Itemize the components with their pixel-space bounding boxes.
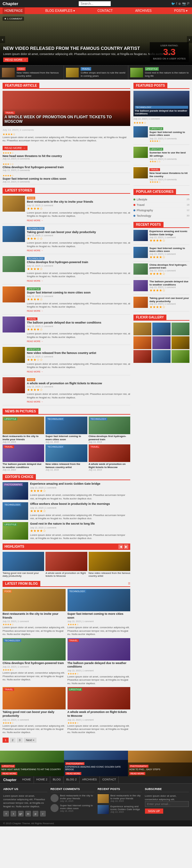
blog-item-2[interactable]: TECHNOLOGY China develops first hydrogen… bbox=[3, 638, 65, 685]
subscribe-input[interactable] bbox=[145, 801, 189, 807]
news-grid-item-3[interactable]: TRAVEL The balloon parade delayed due to… bbox=[3, 444, 44, 471]
page-2-button[interactable]: 2 bbox=[9, 738, 16, 743]
subscribe-button[interactable]: SIGN UP bbox=[145, 809, 163, 814]
mini-slide-1[interactable]: TRAVEL Coffee shops and bars to rule the… bbox=[64, 66, 128, 80]
nav-blog-examples[interactable]: BLOG EXAMPLES ▾ bbox=[44, 7, 77, 14]
highlight-item-1[interactable]: A whole week of promotion on flight tick… bbox=[46, 552, 87, 578]
blog-item-3[interactable]: TRAVEL The balloon parade delayed due to… bbox=[67, 638, 131, 685]
small-story-0[interactable]: ★★★★☆ New head wave threatens to hit the… bbox=[3, 152, 130, 162]
footer-nav-item-2[interactable]: BLOG bbox=[50, 776, 64, 783]
flickr-thumb-1[interactable] bbox=[152, 322, 170, 335]
category-item-1[interactable]: Travel18 bbox=[133, 203, 189, 208]
highlights-prev-button[interactable]: ◀ bbox=[118, 545, 123, 549]
recent-post-3[interactable]: The balloon parade delayed due to weathe… bbox=[133, 280, 189, 295]
mini-slide-2[interactable]: LIFESTYLE Good rest in the nature is the… bbox=[128, 66, 192, 80]
footer-social-icon-5[interactable]: r bbox=[40, 811, 46, 816]
page-next-button[interactable]: Next » bbox=[24, 738, 36, 743]
editor-item-1[interactable]: TECHNOLOGY Office workers show boost in … bbox=[3, 502, 130, 520]
flickr-thumb-3[interactable] bbox=[133, 336, 152, 349]
sidebar-featured-post-1[interactable]: LIFESTYLE Sumerian how to use the best 3… bbox=[133, 147, 189, 165]
category-item-3[interactable]: Technology30 bbox=[133, 213, 189, 219]
category-item-2[interactable]: Photography12 bbox=[133, 208, 189, 213]
bottom-slide-1[interactable]: PHOTOGRAPHY EXPERIENCE AMAZING AND ICONI… bbox=[64, 751, 128, 776]
page-1-button[interactable]: 1 bbox=[3, 738, 9, 743]
editor-item-2[interactable]: LIFESTYLE Good rest in the nature is the… bbox=[3, 522, 130, 540]
footer-nav-item-1[interactable]: HOME 2 bbox=[34, 776, 51, 783]
search-input[interactable] bbox=[79, 1, 111, 6]
bottom-slide-2[interactable]: PHOTOGRAPHY HOW TO PHO... EASY STEPS REA… bbox=[128, 751, 192, 776]
nav-contact[interactable]: CONTACT bbox=[95, 7, 115, 14]
bottom-slide-read-more-2[interactable]: READ MORE bbox=[129, 772, 145, 775]
nav-homepage[interactable]: HOMEPAGE bbox=[3, 7, 25, 14]
story-read-more-0[interactable]: READ MORE → bbox=[27, 219, 43, 222]
highlights-next-button[interactable]: ▶ bbox=[124, 545, 128, 549]
recent-post-0[interactable]: Experience amazing and iconic Golden Gat… bbox=[133, 230, 189, 245]
latest-story-5[interactable]: LIFESTYLE New video released from the fa… bbox=[3, 347, 130, 375]
footer-recent-post-1[interactable]: Experience amazing and iconic Golden Gat… bbox=[98, 805, 142, 814]
editor-item-0[interactable]: PHOTOGRAPHY Experience amazing and iconi… bbox=[3, 482, 130, 500]
news-grid-item-5[interactable]: TRAVEL A whole week of promotion on flig… bbox=[89, 444, 130, 471]
hero-prev-arrow[interactable]: ‹ bbox=[0, 36, 5, 43]
nav-posts[interactable]: POSTS ▾ bbox=[172, 7, 189, 14]
flickr-thumb-6[interactable] bbox=[133, 350, 152, 363]
news-grid-item-4[interactable]: TECHNOLOGY New video released from the f… bbox=[46, 444, 87, 471]
blog-item-1[interactable]: TECHNOLOGY Super fast Internet coming to… bbox=[67, 589, 131, 636]
latest-story-2[interactable]: TECHNOLOGY China develops first hydrogen… bbox=[3, 256, 130, 284]
latest-blog-list-icon[interactable]: ☰ bbox=[128, 582, 130, 585]
mini-slide-0[interactable]: VIDEO New Video released from the famous… bbox=[0, 66, 64, 80]
featured-article-read-more[interactable]: READ MORE → bbox=[3, 146, 28, 150]
nav-archives[interactable]: ARCHIVES bbox=[133, 7, 154, 14]
rss-icon[interactable]: ⊕ bbox=[178, 2, 181, 5]
story-read-more-1[interactable]: READ MORE → bbox=[27, 249, 43, 252]
blog-item-0[interactable]: FOOD Best restaurants in the city to inv… bbox=[3, 589, 65, 636]
footer-social-icon-0[interactable]: f bbox=[3, 811, 9, 816]
footer-recent-post-0[interactable]: Best restaurants in the city to invite y… bbox=[98, 794, 142, 803]
category-item-0[interactable]: Lifestyle25 bbox=[133, 197, 189, 203]
bottom-slide-read-more-1[interactable]: READ MORE bbox=[65, 772, 81, 775]
small-story-2[interactable]: ★★★★☆ Super fast Internet coming to more… bbox=[3, 174, 130, 184]
recent-post-2[interactable]: China develops first hydrogen-powered tr… bbox=[133, 264, 189, 278]
facebook-icon[interactable]: f bbox=[176, 2, 177, 5]
flickr-thumb-7[interactable] bbox=[152, 350, 170, 363]
flickr-thumb-0[interactable] bbox=[133, 322, 152, 335]
highlight-item-2[interactable]: New video released from the famous count… bbox=[89, 552, 130, 578]
page-3-button[interactable]: 3 bbox=[17, 738, 23, 743]
latest-story-0[interactable]: FOOD Best restaurants in the city to inv… bbox=[3, 196, 130, 224]
blog-item-5[interactable]: LIFESTYLE A whole week of promotion on f… bbox=[67, 687, 131, 734]
flickr-thumb-8[interactable] bbox=[171, 350, 189, 363]
flickr-thumb-4[interactable] bbox=[152, 336, 170, 349]
bottom-slide-0[interactable]: LIFESTYLE NEW HEAT WAVE THREATENING TO H… bbox=[0, 751, 64, 776]
footer-social-icon-2[interactable]: g+ bbox=[18, 811, 24, 816]
flickr-thumb-5[interactable] bbox=[171, 336, 189, 349]
sidebar-featured-post-0[interactable]: LIFESTYLE Super fast Internet coming to … bbox=[133, 126, 189, 145]
pinterest-icon[interactable]: P bbox=[187, 2, 189, 5]
highlight-item-0[interactable]: Taking good rest can boost your daily pr… bbox=[3, 552, 44, 578]
footer-nav-item-4[interactable]: ARCHIVES bbox=[80, 776, 100, 783]
story-read-more-5[interactable]: READ MORE → bbox=[27, 371, 43, 373]
bottom-slide-read-more-0[interactable]: READ MORE bbox=[1, 772, 17, 775]
small-story-1[interactable]: ★★★☆☆ China develops first hydrogen-powe… bbox=[3, 163, 130, 173]
sidebar-featured-post-2[interactable]: TRAVEL New head wave threatens to hit th… bbox=[133, 167, 189, 186]
twitter-icon[interactable]: 🐦 bbox=[171, 2, 175, 5]
story-read-more-3[interactable]: READ MORE → bbox=[27, 310, 43, 312]
news-grid-item-1[interactable]: TECHNOLOGY Super fast Internet coming to… bbox=[46, 416, 87, 443]
instagram-icon[interactable]: 📷 bbox=[182, 2, 186, 5]
news-grid-item-2[interactable]: TECHNOLOGY China develops first hydrogen… bbox=[89, 416, 130, 443]
latest-story-1[interactable]: TECHNOLOGY Taking good rest can boost yo… bbox=[3, 226, 130, 254]
blog-item-4[interactable]: TRAVEL Taking good rest can boost your d… bbox=[3, 687, 65, 734]
footer-nav-item-3[interactable]: BLOG 2 bbox=[64, 776, 80, 783]
story-read-more-4[interactable]: READ MORE → bbox=[27, 340, 43, 342]
news-grid-item-0[interactable]: LIFESTYLE Best restaurants in the city t… bbox=[3, 416, 44, 443]
footer-social-icon-4[interactable]: p bbox=[33, 811, 38, 816]
hero-read-more-button[interactable]: READ MORE → bbox=[3, 58, 28, 62]
recent-post-1[interactable]: Super fast Internet coming to more citie… bbox=[133, 247, 189, 261]
footer-social-icon-3[interactable]: in bbox=[25, 811, 31, 816]
story-read-more-2[interactable]: READ MORE → bbox=[27, 280, 43, 282]
flickr-thumb-2[interactable] bbox=[171, 322, 189, 335]
recent-post-4[interactable]: Taking good rest can boost your daily pr… bbox=[133, 297, 189, 311]
latest-story-3[interactable]: LIFESTYLE Super fast Internet coming to … bbox=[3, 286, 130, 315]
footer-social-icon-1[interactable]: t bbox=[10, 811, 16, 816]
footer-nav-item-5[interactable]: CONTACT bbox=[100, 776, 119, 783]
footer-nav-item-0[interactable]: HOME bbox=[20, 776, 34, 783]
latest-story-6[interactable]: FOOD A whole week of promotion on flight… bbox=[3, 377, 130, 406]
